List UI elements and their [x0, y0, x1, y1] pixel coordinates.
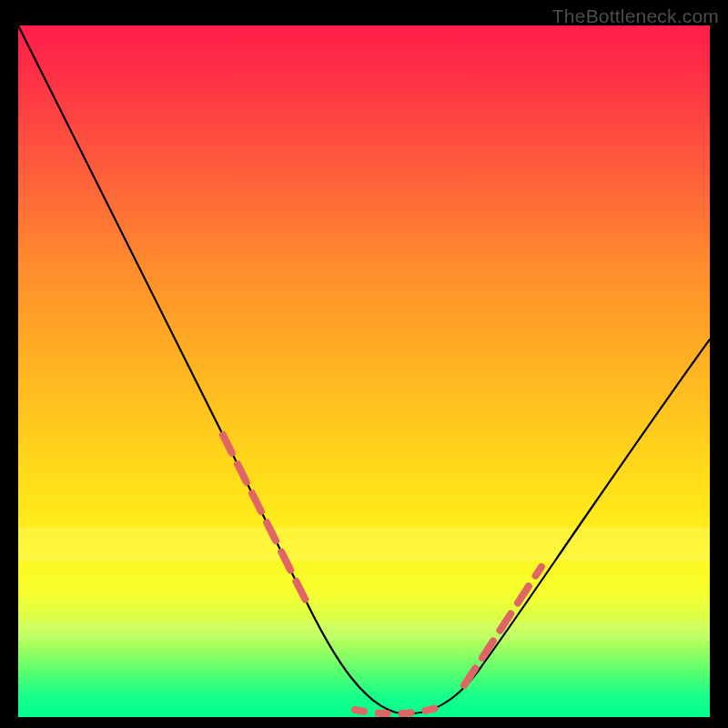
light-band-upper [18, 527, 710, 561]
light-band-lower [18, 621, 710, 642]
highlight-right [464, 567, 541, 685]
bottleneck-curve [18, 25, 710, 713]
highlight-left [223, 435, 309, 608]
watermark-text: TheBottleneck.com [552, 5, 719, 27]
plot-area [18, 25, 710, 717]
chart-frame: TheBottleneck.com [0, 0, 728, 728]
curve-svg [18, 25, 710, 717]
highlight-bottom [355, 708, 437, 713]
